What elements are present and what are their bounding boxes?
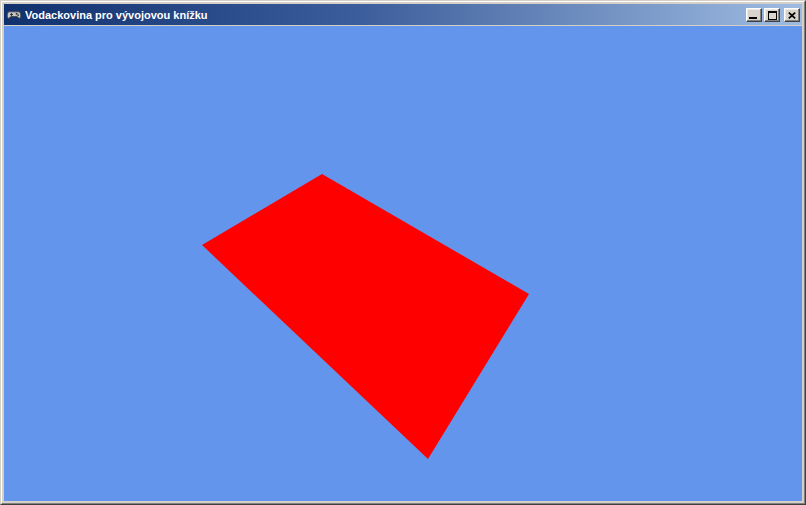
window-frame: Vodackovina pro vývojovou knížku bbox=[1, 1, 805, 504]
close-icon bbox=[788, 12, 796, 19]
titlebar[interactable]: Vodackovina pro vývojovou knížku bbox=[4, 4, 802, 25]
gamepad-icon bbox=[6, 7, 22, 23]
scene-svg bbox=[4, 26, 802, 501]
maximize-button[interactable] bbox=[764, 8, 780, 22]
app-window: Vodackovina pro vývojovou knížku bbox=[0, 0, 806, 505]
window-title: Vodackovina pro vývojovou knížku bbox=[25, 8, 208, 21]
maximize-icon bbox=[768, 11, 777, 20]
minimize-button[interactable] bbox=[746, 8, 762, 22]
close-button[interactable] bbox=[784, 8, 800, 22]
minimize-icon bbox=[749, 17, 757, 19]
render-viewport bbox=[4, 26, 802, 501]
